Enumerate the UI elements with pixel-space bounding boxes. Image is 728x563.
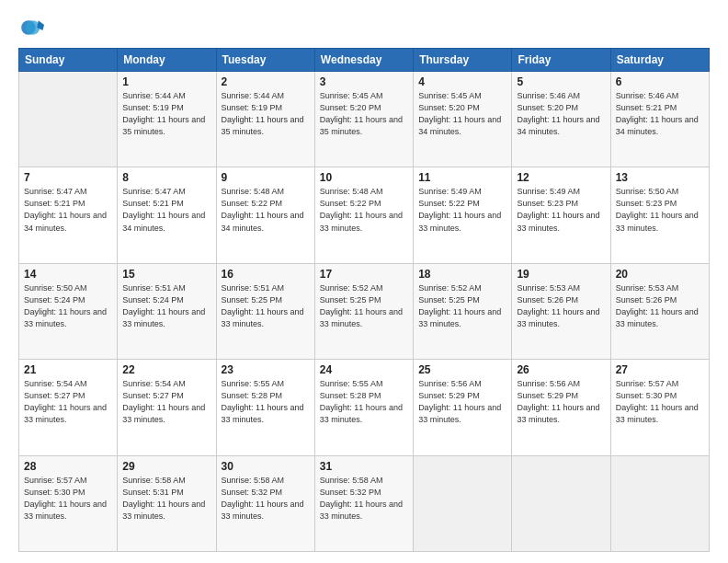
day-number: 3 [320, 75, 408, 88]
day-number: 15 [122, 268, 210, 281]
cell-info: Sunrise: 5:48 AMSunset: 5:22 PMDaylight:… [320, 186, 408, 234]
calendar-cell: 26 Sunrise: 5:56 AMSunset: 5:29 PMDaylig… [512, 360, 610, 455]
calendar-cell: 21 Sunrise: 5:54 AMSunset: 5:27 PMDaylig… [19, 360, 118, 455]
weekday-header-monday: Monday [118, 49, 216, 72]
cell-info: Sunrise: 5:57 AMSunset: 5:30 PMDaylight:… [24, 475, 112, 523]
cell-info: Sunrise: 5:53 AMSunset: 5:26 PMDaylight:… [616, 282, 704, 330]
cell-info: Sunrise: 5:50 AMSunset: 5:23 PMDaylight:… [616, 186, 704, 234]
cell-info: Sunrise: 5:44 AMSunset: 5:19 PMDaylight:… [122, 90, 210, 138]
calendar-cell: 9 Sunrise: 5:48 AMSunset: 5:22 PMDayligh… [216, 167, 314, 263]
day-number: 8 [122, 171, 210, 184]
day-number: 18 [418, 268, 506, 281]
cell-info: Sunrise: 5:57 AMSunset: 5:30 PMDaylight:… [616, 378, 704, 426]
cell-info: Sunrise: 5:56 AMSunset: 5:29 PMDaylight:… [517, 378, 605, 426]
day-number: 28 [24, 460, 112, 473]
cell-info: Sunrise: 5:58 AMSunset: 5:32 PMDaylight:… [222, 475, 310, 523]
day-number: 16 [222, 268, 310, 281]
day-number: 14 [24, 268, 112, 281]
day-number: 11 [418, 171, 506, 184]
calendar-cell: 23 Sunrise: 5:55 AMSunset: 5:28 PMDaylig… [216, 360, 314, 455]
cell-info: Sunrise: 5:52 AMSunset: 5:25 PMDaylight:… [418, 282, 506, 330]
day-number: 20 [616, 268, 704, 281]
day-number: 4 [418, 75, 506, 88]
header [18, 15, 710, 40]
day-number: 7 [24, 171, 112, 184]
calendar-cell: 12 Sunrise: 5:49 AMSunset: 5:23 PMDaylig… [512, 167, 610, 263]
calendar-cell: 18 Sunrise: 5:52 AMSunset: 5:25 PMDaylig… [414, 263, 512, 359]
cell-info: Sunrise: 5:45 AMSunset: 5:20 PMDaylight:… [320, 90, 408, 138]
day-number: 1 [122, 75, 210, 88]
day-number: 19 [517, 268, 605, 281]
calendar-cell: 14 Sunrise: 5:50 AMSunset: 5:24 PMDaylig… [19, 263, 118, 359]
cell-info: Sunrise: 5:51 AMSunset: 5:25 PMDaylight:… [222, 282, 310, 330]
calendar-cell [610, 455, 709, 551]
calendar-cell: 24 Sunrise: 5:55 AMSunset: 5:28 PMDaylig… [314, 360, 413, 455]
day-number: 17 [320, 268, 408, 281]
cell-info: Sunrise: 5:49 AMSunset: 5:22 PMDaylight:… [418, 186, 506, 234]
cell-info: Sunrise: 5:47 AMSunset: 5:21 PMDaylight:… [24, 186, 112, 234]
calendar-cell: 5 Sunrise: 5:46 AMSunset: 5:20 PMDayligh… [512, 72, 610, 167]
week-row-2: 7 Sunrise: 5:47 AMSunset: 5:21 PMDayligh… [19, 167, 710, 263]
calendar-cell: 11 Sunrise: 5:49 AMSunset: 5:22 PMDaylig… [414, 167, 512, 263]
day-number: 6 [616, 75, 704, 88]
calendar-cell: 4 Sunrise: 5:45 AMSunset: 5:20 PMDayligh… [414, 72, 512, 167]
cell-info: Sunrise: 5:58 AMSunset: 5:32 PMDaylight:… [320, 475, 408, 523]
day-number: 21 [24, 363, 112, 376]
calendar-cell: 7 Sunrise: 5:47 AMSunset: 5:21 PMDayligh… [19, 167, 118, 263]
cell-info: Sunrise: 5:58 AMSunset: 5:31 PMDaylight:… [122, 475, 210, 523]
cell-info: Sunrise: 5:44 AMSunset: 5:19 PMDaylight:… [222, 90, 310, 138]
day-number: 13 [616, 171, 704, 184]
day-number: 5 [517, 75, 605, 88]
calendar-cell: 31 Sunrise: 5:58 AMSunset: 5:32 PMDaylig… [314, 455, 413, 551]
calendar-cell: 2 Sunrise: 5:44 AMSunset: 5:19 PMDayligh… [216, 72, 314, 167]
calendar-cell: 16 Sunrise: 5:51 AMSunset: 5:25 PMDaylig… [216, 263, 314, 359]
day-number: 23 [222, 363, 310, 376]
cell-info: Sunrise: 5:45 AMSunset: 5:20 PMDaylight:… [418, 90, 506, 138]
calendar-cell [414, 455, 512, 551]
day-number: 2 [222, 75, 310, 88]
weekday-header-sunday: Sunday [19, 49, 118, 72]
calendar-cell: 22 Sunrise: 5:54 AMSunset: 5:27 PMDaylig… [118, 360, 216, 455]
day-number: 31 [320, 460, 408, 473]
calendar-cell: 1 Sunrise: 5:44 AMSunset: 5:19 PMDayligh… [118, 72, 216, 167]
weekday-header-tuesday: Tuesday [216, 49, 314, 72]
cell-info: Sunrise: 5:49 AMSunset: 5:23 PMDaylight:… [517, 186, 605, 234]
day-number: 25 [418, 363, 506, 376]
cell-info: Sunrise: 5:51 AMSunset: 5:24 PMDaylight:… [122, 282, 210, 330]
calendar-cell [512, 455, 610, 551]
logo [18, 15, 48, 40]
calendar-cell: 20 Sunrise: 5:53 AMSunset: 5:26 PMDaylig… [610, 263, 709, 359]
weekday-header-wednesday: Wednesday [314, 49, 413, 72]
week-row-1: 1 Sunrise: 5:44 AMSunset: 5:19 PMDayligh… [19, 72, 710, 167]
cell-info: Sunrise: 5:52 AMSunset: 5:25 PMDaylight:… [320, 282, 408, 330]
cell-info: Sunrise: 5:47 AMSunset: 5:21 PMDaylight:… [122, 186, 210, 234]
calendar-cell: 29 Sunrise: 5:58 AMSunset: 5:31 PMDaylig… [118, 455, 216, 551]
calendar-cell [19, 72, 118, 167]
weekday-header-row: SundayMondayTuesdayWednesdayThursdayFrid… [19, 49, 710, 72]
cell-info: Sunrise: 5:46 AMSunset: 5:20 PMDaylight:… [517, 90, 605, 138]
calendar-cell: 30 Sunrise: 5:58 AMSunset: 5:32 PMDaylig… [216, 455, 314, 551]
cell-info: Sunrise: 5:55 AMSunset: 5:28 PMDaylight:… [320, 378, 408, 426]
day-number: 12 [517, 171, 605, 184]
logo-icon [18, 15, 44, 40]
day-number: 26 [517, 363, 605, 376]
cell-info: Sunrise: 5:55 AMSunset: 5:28 PMDaylight:… [222, 378, 310, 426]
cell-info: Sunrise: 5:56 AMSunset: 5:29 PMDaylight:… [418, 378, 506, 426]
day-number: 30 [222, 460, 310, 473]
week-row-5: 28 Sunrise: 5:57 AMSunset: 5:30 PMDaylig… [19, 455, 710, 551]
calendar-cell: 15 Sunrise: 5:51 AMSunset: 5:24 PMDaylig… [118, 263, 216, 359]
day-number: 24 [320, 363, 408, 376]
calendar-cell: 28 Sunrise: 5:57 AMSunset: 5:30 PMDaylig… [19, 455, 118, 551]
weekday-header-thursday: Thursday [414, 49, 512, 72]
cell-info: Sunrise: 5:48 AMSunset: 5:22 PMDaylight:… [222, 186, 310, 234]
week-row-3: 14 Sunrise: 5:50 AMSunset: 5:24 PMDaylig… [19, 263, 710, 359]
calendar-cell: 25 Sunrise: 5:56 AMSunset: 5:29 PMDaylig… [414, 360, 512, 455]
cell-info: Sunrise: 5:46 AMSunset: 5:21 PMDaylight:… [616, 90, 704, 138]
day-number: 29 [122, 460, 210, 473]
cell-info: Sunrise: 5:53 AMSunset: 5:26 PMDaylight:… [517, 282, 605, 330]
calendar-cell: 6 Sunrise: 5:46 AMSunset: 5:21 PMDayligh… [610, 72, 709, 167]
page: SundayMondayTuesdayWednesdayThursdayFrid… [0, 0, 728, 563]
calendar-cell: 10 Sunrise: 5:48 AMSunset: 5:22 PMDaylig… [314, 167, 413, 263]
weekday-header-friday: Friday [512, 49, 610, 72]
day-number: 10 [320, 171, 408, 184]
